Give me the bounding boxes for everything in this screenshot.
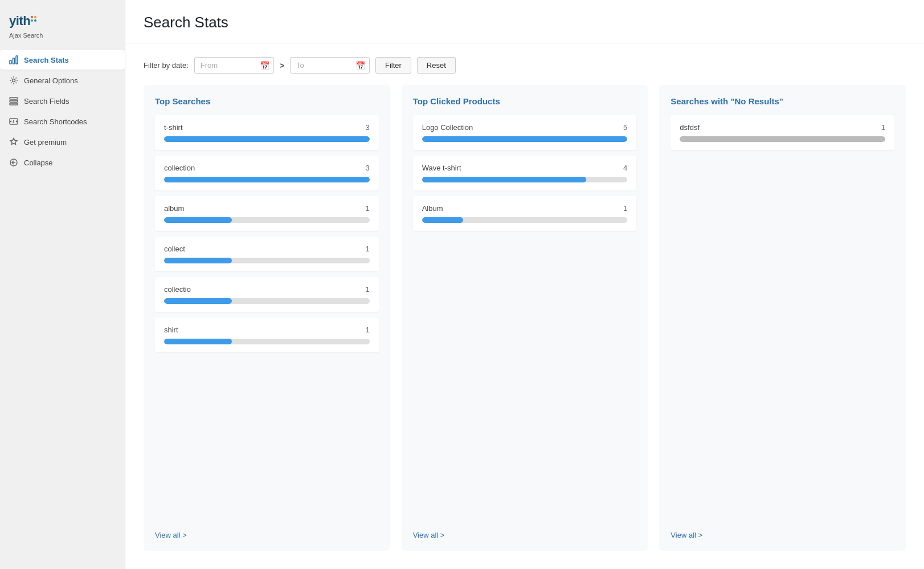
sidebar-label-collapse: Collapse	[24, 158, 53, 167]
svg-rect-5	[10, 100, 18, 102]
stat-count: 3	[365, 123, 369, 132]
chart-icon	[9, 55, 18, 64]
from-date-input[interactable]	[194, 57, 274, 74]
logo-container: yith	[9, 14, 36, 29]
table-row: shirt 1	[155, 318, 379, 352]
no-results-view-all[interactable]: View all >	[670, 524, 894, 539]
table-row: album 1	[155, 196, 379, 231]
table-row: Logo Collection 5	[413, 115, 637, 150]
logo-dot-green	[31, 19, 33, 22]
bar-track	[422, 177, 628, 182]
svg-rect-2	[16, 56, 18, 64]
sidebar-nav: Search Stats General Options Search Fie	[0, 48, 125, 174]
svg-rect-4	[10, 97, 18, 99]
stat-name: Album	[422, 204, 443, 213]
bar-track	[422, 217, 628, 223]
no-results-panel: Searches with "No Results" dsfdsf 1 View…	[659, 85, 906, 551]
from-date-wrap: 📅	[194, 57, 274, 74]
app-name: Ajax Search	[9, 32, 43, 39]
stat-name: dsfdsf	[680, 123, 700, 132]
bar-fill	[680, 136, 885, 142]
table-row: t-shirt 3	[155, 115, 379, 150]
table-row: collectio 1	[155, 277, 379, 312]
table-row: Album 1	[413, 196, 637, 231]
stat-count: 3	[365, 164, 369, 172]
bar-track	[164, 136, 370, 142]
stat-name: Wave t-shirt	[422, 164, 461, 172]
table-row: collection 3	[155, 156, 379, 190]
top-searches-view-all[interactable]: View all >	[155, 524, 379, 539]
sidebar-label-get-premium: Get premium	[24, 138, 67, 147]
shortcodes-icon	[9, 117, 18, 126]
bar-track	[164, 177, 370, 182]
bar-fill	[422, 177, 587, 182]
stat-name: collection	[164, 164, 195, 172]
no-results-title: Searches with "No Results"	[670, 96, 894, 106]
stat-name: album	[164, 204, 184, 213]
bar-track	[164, 258, 370, 263]
page-header: Search Stats	[125, 0, 924, 43]
top-searches-panel: Top Searches t-shirt 3 collection 3	[144, 85, 390, 551]
stat-count: 1	[365, 326, 369, 334]
filter-bar: Filter by date: 📅 > 📅 Filter Reset	[125, 43, 924, 85]
collapse-icon	[9, 158, 18, 167]
sidebar-label-search-stats: Search Stats	[24, 56, 69, 64]
table-row: dsfdsf 1	[670, 115, 894, 150]
bar-fill	[422, 136, 628, 142]
bar-fill	[164, 258, 232, 263]
table-row: Wave t-shirt 4	[413, 156, 637, 190]
stats-grid: Top Searches t-shirt 3 collection 3	[125, 85, 924, 569]
stat-name: shirt	[164, 326, 178, 334]
sidebar-label-search-shortcodes: Search Shortcodes	[24, 117, 87, 126]
stat-name: Logo Collection	[422, 123, 473, 132]
stat-count: 1	[365, 204, 369, 213]
stat-count: 4	[623, 164, 627, 172]
stat-count: 1	[881, 123, 885, 132]
bar-track	[164, 217, 370, 223]
filter-button[interactable]: Filter	[375, 57, 411, 74]
sidebar-item-search-shortcodes[interactable]: Search Shortcodes	[0, 112, 125, 131]
sidebar-item-get-premium[interactable]: Get premium	[0, 132, 125, 152]
stat-count: 1	[365, 285, 369, 294]
svg-point-3	[13, 79, 15, 82]
bar-track	[164, 339, 370, 344]
top-clicked-title: Top Clicked Products	[413, 96, 637, 106]
top-clicked-view-all[interactable]: View all >	[413, 524, 637, 539]
bar-track	[422, 136, 628, 142]
main-content: Search Stats Filter by date: 📅 > 📅 Filte…	[125, 0, 924, 569]
sidebar-item-search-stats[interactable]: Search Stats	[0, 50, 125, 70]
fields-icon	[9, 96, 18, 105]
stat-count: 5	[623, 123, 627, 132]
logo-dot-blue	[34, 19, 36, 22]
bar-fill	[422, 217, 463, 223]
gear-icon	[9, 76, 18, 85]
bar-track	[680, 136, 885, 142]
sidebar-label-search-fields: Search Fields	[24, 97, 69, 105]
sidebar-label-general-options: General Options	[24, 76, 78, 85]
svg-rect-6	[10, 103, 18, 105]
reset-button[interactable]: Reset	[417, 57, 456, 74]
bar-fill	[164, 217, 232, 223]
sidebar-logo: yith Ajax Search	[0, 7, 125, 48]
star-icon	[9, 137, 18, 147]
logo-dot-yellow	[34, 16, 36, 18]
to-date-input[interactable]	[290, 57, 370, 74]
filter-label: Filter by date:	[144, 61, 189, 70]
stat-count: 1	[365, 245, 369, 253]
sidebar-item-search-fields[interactable]: Search Fields	[0, 91, 125, 111]
bar-fill	[164, 298, 232, 304]
sidebar-item-collapse[interactable]: Collapse	[0, 153, 125, 172]
logo-dot-red	[31, 16, 33, 18]
stat-name: t-shirt	[164, 123, 183, 132]
sidebar-item-general-options[interactable]: General Options	[0, 71, 125, 90]
page-title: Search Stats	[144, 14, 906, 31]
date-arrow-separator: >	[280, 61, 284, 70]
stat-name: collectio	[164, 285, 191, 294]
bar-fill	[164, 136, 370, 142]
bar-fill	[164, 177, 370, 182]
top-clicked-panel: Top Clicked Products Logo Collection 5 W…	[402, 85, 648, 551]
bar-track	[164, 298, 370, 304]
stat-count: 1	[623, 204, 627, 213]
bar-fill	[164, 339, 232, 344]
logo-text: yith	[9, 14, 30, 29]
